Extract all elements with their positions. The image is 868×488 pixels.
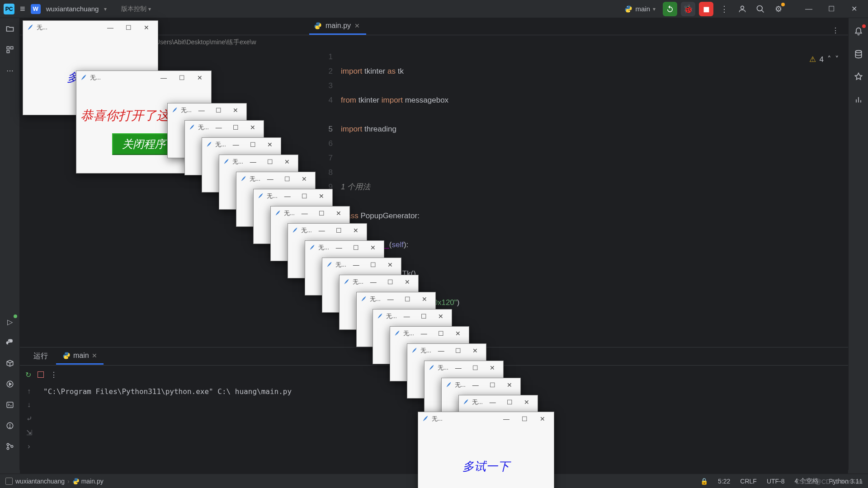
window-minimize-icon[interactable]: — xyxy=(468,381,483,389)
window-close-icon[interactable]: ✕ xyxy=(263,141,277,148)
window-maximize-icon[interactable]: ☐ xyxy=(349,244,363,251)
kebab-icon[interactable]: ⋮ xyxy=(717,2,731,16)
window-maximize-icon[interactable]: ☐ xyxy=(297,192,312,200)
window-minimize-icon[interactable]: — xyxy=(417,330,431,337)
window-close-icon[interactable]: ✕ xyxy=(383,261,397,268)
window-minimize-icon[interactable]: — xyxy=(798,2,819,16)
window-maximize-icon[interactable]: ☐ xyxy=(212,107,226,114)
python-console-icon[interactable] xyxy=(4,336,16,349)
window-maximize-icon[interactable]: ☐ xyxy=(517,415,532,422)
lock-icon[interactable]: 🔒 xyxy=(700,478,708,485)
run-tab[interactable]: 运行 xyxy=(27,348,54,365)
window-close-icon[interactable]: ✕ xyxy=(417,296,432,303)
close-program-button[interactable]: 关闭程序 xyxy=(112,133,175,155)
up-icon[interactable]: ↑ xyxy=(27,387,31,395)
project-name[interactable]: wuxiantanchuang xyxy=(46,5,99,13)
window-maximize-icon[interactable]: ☐ xyxy=(332,227,346,234)
run-config-selector[interactable]: main ▾ xyxy=(621,3,659,15)
project-tool-icon[interactable] xyxy=(4,23,16,35)
window-minimize-icon[interactable]: — xyxy=(156,74,171,81)
stop-button[interactable]: ◼ xyxy=(699,2,713,16)
window-maximize-icon[interactable]: ☐ xyxy=(366,261,381,268)
window-minimize-icon[interactable]: — xyxy=(315,227,329,234)
search-icon[interactable] xyxy=(753,2,768,16)
window-close-icon[interactable]: ✕ xyxy=(434,313,448,320)
window-maximize-icon[interactable]: ☐ xyxy=(821,2,842,16)
window-maximize-icon[interactable]: ☐ xyxy=(401,296,415,303)
terminal-icon[interactable] xyxy=(4,399,16,411)
editor-tab-main[interactable]: main.py ✕ xyxy=(309,18,366,35)
window-close-icon[interactable]: ✕ xyxy=(192,74,208,81)
debug-button[interactable]: 🐞 xyxy=(681,2,695,16)
run-tool-icon[interactable]: ▷ xyxy=(4,315,16,328)
window-maximize-icon[interactable]: ☐ xyxy=(486,381,500,389)
vcs-tool-icon[interactable] xyxy=(4,440,16,453)
window-maximize-icon[interactable]: ☐ xyxy=(383,278,398,286)
charts-icon[interactable] xyxy=(852,93,865,106)
settings-icon[interactable]: ⚙ xyxy=(771,2,786,16)
window-close-icon[interactable]: ✕ xyxy=(535,415,550,422)
window-close-icon[interactable]: ✕ xyxy=(349,227,363,234)
database-icon[interactable] xyxy=(852,48,865,61)
window-close-icon[interactable]: ✕ xyxy=(468,347,482,354)
kebab-icon[interactable]: ⋮ xyxy=(823,26,848,35)
window-minimize-icon[interactable]: — xyxy=(229,141,243,148)
run-tab-main[interactable]: main ✕ xyxy=(56,348,104,365)
window-maximize-icon[interactable]: ☐ xyxy=(315,210,329,217)
rerun-button[interactable] xyxy=(663,2,677,16)
popup-window[interactable]: 无...—☐✕多试一下 xyxy=(418,412,554,488)
window-close-icon[interactable]: ✕ xyxy=(331,210,346,217)
window-close-icon[interactable]: ✕ xyxy=(844,2,864,16)
window-minimize-icon[interactable]: — xyxy=(400,313,414,320)
window-minimize-icon[interactable]: — xyxy=(332,244,346,251)
window-maximize-icon[interactable]: ☐ xyxy=(468,364,483,371)
window-minimize-icon[interactable]: — xyxy=(297,210,312,217)
window-maximize-icon[interactable]: ☐ xyxy=(503,399,517,406)
project-badge[interactable]: W xyxy=(31,4,41,14)
expand-icon[interactable]: › xyxy=(28,442,30,450)
window-maximize-icon[interactable]: ☐ xyxy=(174,74,189,81)
window-close-icon[interactable]: ✕ xyxy=(451,330,465,337)
window-minimize-icon[interactable]: — xyxy=(383,296,398,303)
structure-tool-icon[interactable] xyxy=(4,43,16,56)
window-close-icon[interactable]: ✕ xyxy=(519,399,534,406)
window-minimize-icon[interactable]: — xyxy=(499,415,514,422)
chevron-down-icon[interactable]: ˅ xyxy=(835,52,839,67)
encoding[interactable]: UTF-8 xyxy=(767,478,785,485)
vcs-menu[interactable]: 版本控制 ▾ xyxy=(121,5,151,13)
down-icon[interactable]: ↓ xyxy=(27,401,31,409)
window-close-icon[interactable]: ✕ xyxy=(280,158,294,165)
stop-icon[interactable] xyxy=(38,371,44,378)
ai-icon[interactable] xyxy=(852,70,865,83)
window-minimize-icon[interactable]: — xyxy=(349,261,363,268)
window-minimize-icon[interactable]: — xyxy=(434,347,448,354)
window-close-icon[interactable]: ✕ xyxy=(485,364,500,371)
window-close-icon[interactable]: ✕ xyxy=(297,175,311,183)
window-close-icon[interactable]: ✕ xyxy=(400,278,415,286)
packages-icon[interactable] xyxy=(4,357,16,370)
window-maximize-icon[interactable]: ☐ xyxy=(451,347,466,354)
kebab-icon[interactable]: ⋮ xyxy=(50,371,57,379)
breadcrumb-file[interactable]: main.py xyxy=(81,478,104,485)
more-icon[interactable]: ⋯ xyxy=(4,64,16,77)
window-maximize-icon[interactable]: ☐ xyxy=(434,330,448,337)
notifications-icon[interactable] xyxy=(852,25,865,38)
window-close-icon[interactable]: ✕ xyxy=(228,107,243,114)
user-icon[interactable] xyxy=(735,2,750,16)
window-minimize-icon[interactable]: — xyxy=(103,24,118,31)
window-close-icon[interactable]: ✕ xyxy=(314,192,329,200)
window-close-icon[interactable]: ✕ xyxy=(139,24,154,31)
window-minimize-icon[interactable]: — xyxy=(263,175,278,183)
window-minimize-icon[interactable]: — xyxy=(451,364,466,371)
window-close-icon[interactable]: ✕ xyxy=(502,381,517,389)
scroll-icon[interactable]: ⇲ xyxy=(26,428,32,437)
window-close-icon[interactable]: ✕ xyxy=(366,244,380,251)
window-minimize-icon[interactable]: — xyxy=(486,399,500,406)
window-minimize-icon[interactable]: — xyxy=(194,107,209,114)
close-icon[interactable]: ✕ xyxy=(354,22,360,29)
chevron-up-icon[interactable]: ˄ xyxy=(827,52,831,67)
cursor-position[interactable]: 5:22 xyxy=(718,478,730,485)
window-minimize-icon[interactable]: — xyxy=(246,158,260,165)
window-close-icon[interactable]: ✕ xyxy=(245,124,260,131)
soft-wrap-icon[interactable]: ⤶ xyxy=(26,414,32,423)
